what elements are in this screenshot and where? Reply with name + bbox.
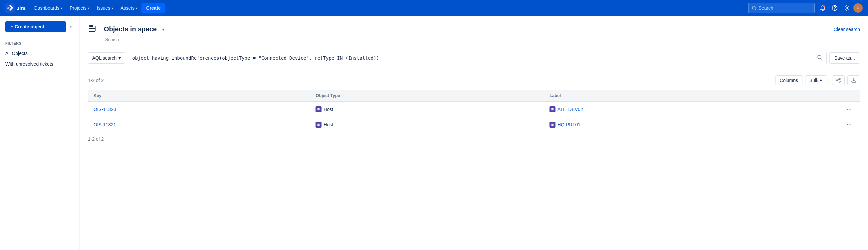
aql-search-button[interactable]: AQL search ▾: [88, 52, 125, 64]
cell-more: ···: [839, 102, 860, 117]
svg-point-14: [839, 78, 840, 80]
cell-object-type: ⊞ Host: [310, 117, 544, 132]
host-icon: ⊞: [315, 106, 321, 112]
svg-point-15: [836, 80, 838, 81]
label-link[interactable]: ATL_DEV02: [557, 107, 583, 112]
svg-point-4: [834, 9, 835, 10]
cell-key: OIS-11321: [88, 117, 311, 132]
filters-label: FILTERS: [0, 41, 80, 48]
help-icon[interactable]: [829, 3, 840, 13]
nav-projects[interactable]: Projects ▾: [66, 3, 93, 13]
avatar[interactable]: U: [854, 3, 863, 13]
svg-rect-0: [5, 3, 14, 13]
sidebar: + Create object « FILTERS All Objects Wi…: [0, 16, 80, 250]
create-button[interactable]: Create: [142, 3, 165, 13]
svg-point-16: [839, 81, 840, 82]
key-link[interactable]: OIS-11320: [94, 107, 116, 112]
main-content: Objects in space ▾ Clear search Search A…: [80, 16, 868, 250]
page-header: Objects in space ▾ Clear search Search: [80, 16, 868, 46]
cell-label: ⊞ HQ-PRT01: [544, 117, 839, 132]
notifications-icon[interactable]: [817, 3, 828, 13]
jira-logo[interactable]: Jira: [5, 3, 26, 13]
search-area: AQL search ▾ object having inboundRefere…: [80, 46, 868, 70]
col-key: Key: [88, 90, 311, 102]
title-chevron-icon[interactable]: ▾: [162, 27, 164, 32]
nav-assets[interactable]: Assets ▾: [117, 3, 141, 13]
svg-point-5: [846, 7, 848, 9]
cell-label: ⊞ ATL_DEV02: [544, 102, 839, 117]
table-row: OIS-11321 ⊞ Host ⊞ HQ-PRT01: [88, 117, 860, 132]
col-label: Label: [544, 90, 839, 102]
cell-key: OIS-11320: [88, 102, 311, 117]
objects-icon: [88, 23, 100, 36]
topnav-icons: U: [817, 3, 863, 13]
results-actions: Columns Bulk ▾: [775, 75, 860, 85]
global-search[interactable]: Search: [748, 3, 815, 13]
svg-line-17: [838, 79, 839, 80]
divider: [829, 77, 829, 84]
chevron-down-icon: ▾: [119, 55, 121, 61]
host-icon: ⊞: [550, 106, 556, 112]
share-button[interactable]: [832, 75, 845, 85]
sidebar-item-all-objects[interactable]: All Objects: [0, 48, 80, 59]
label-link[interactable]: HQ-PRT01: [557, 122, 581, 127]
cell-object-type: ⊞ Host: [310, 102, 544, 117]
bulk-button[interactable]: Bulk ▾: [805, 75, 827, 85]
main-nav: Dashboards ▾ Projects ▾ Issues ▾ Assets …: [31, 3, 387, 13]
page-title: Objects in space: [104, 25, 157, 33]
collapse-sidebar-button[interactable]: «: [68, 22, 74, 31]
save-as-button[interactable]: Save as...: [829, 52, 860, 64]
nav-dashboards[interactable]: Dashboards ▾: [31, 3, 66, 13]
svg-point-2: [823, 5, 825, 7]
export-icon: [851, 78, 856, 83]
sidebar-item-unresolved-tickets[interactable]: With unresolved tickets: [0, 59, 80, 70]
results-table: Key Object Type Label OIS-11320 ⊞: [88, 89, 860, 132]
export-button[interactable]: [847, 75, 860, 85]
chevron-down-icon: ▾: [820, 78, 822, 83]
key-link[interactable]: OIS-11321: [94, 122, 116, 127]
chevron-down-icon: ▾: [61, 6, 62, 10]
query-input-wrap[interactable]: object having inboundReferences(objectTy…: [128, 52, 827, 64]
top-navigation: Jira Dashboards ▾ Projects ▾ Issues ▾ As…: [0, 0, 868, 16]
search-icon: [752, 6, 756, 10]
create-object-button[interactable]: + Create object: [5, 21, 66, 32]
nav-issues[interactable]: Issues ▾: [94, 3, 117, 13]
svg-line-18: [838, 81, 839, 81]
share-icon: [836, 78, 841, 83]
page-title-area: Objects in space ▾: [88, 23, 164, 36]
results-footer: 1-2 of 2: [88, 136, 860, 142]
chevron-down-icon: ▾: [136, 6, 137, 10]
query-text: object having inboundReferences(objectTy…: [132, 55, 814, 61]
col-object-type: Object Type: [310, 90, 544, 102]
settings-icon[interactable]: [841, 3, 852, 13]
query-search-button[interactable]: [817, 55, 823, 61]
chevron-down-icon: ▾: [88, 6, 90, 10]
clear-search-button[interactable]: Clear search: [834, 27, 860, 32]
results-count: 1-2 of 2: [88, 78, 103, 83]
host-icon: ⊞: [315, 122, 321, 128]
table-row: OIS-11320 ⊞ Host ⊞ ATL_DEV02: [88, 102, 860, 117]
chevron-down-icon: ▾: [112, 6, 113, 10]
cell-more: ···: [839, 117, 860, 132]
row-more-button[interactable]: ···: [844, 105, 855, 113]
results-area: 1-2 of 2 Columns Bulk ▾: [80, 70, 868, 147]
page-subtitle: Search: [105, 37, 860, 46]
logo-text: Jira: [17, 5, 26, 11]
host-icon: ⊞: [550, 122, 556, 128]
columns-button[interactable]: Columns: [775, 75, 802, 85]
row-more-button[interactable]: ···: [844, 120, 855, 129]
